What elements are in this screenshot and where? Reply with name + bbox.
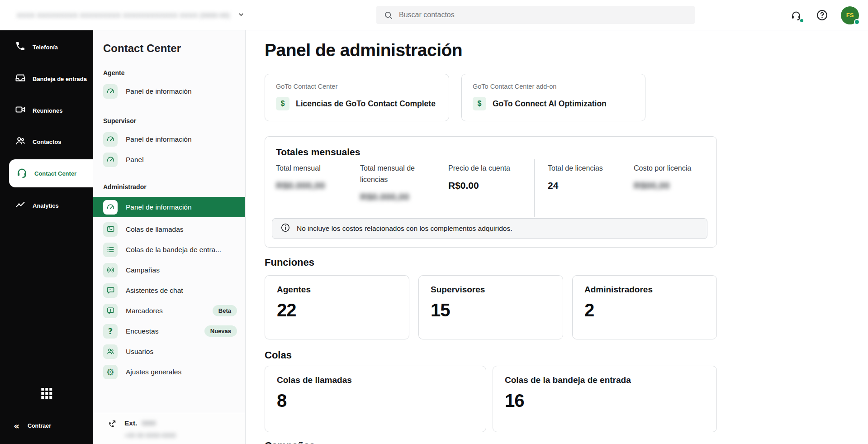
- main-content: Panel de administración GoTo Contact Cen…: [246, 30, 868, 444]
- totals-title: Totales mensuales: [276, 147, 706, 158]
- stat-value-redacted: R$0.000,00: [360, 191, 432, 202]
- ext-number-redacted: 0000: [142, 420, 156, 427]
- menu-item-supervisor-panel-informacion[interactable]: Panel de información: [93, 129, 245, 149]
- sidebar-item-label: Contact Center: [34, 170, 76, 177]
- collapse-sidebar-button[interactable]: « Contraer: [14, 421, 51, 430]
- menu-item-usuarios[interactable]: Usuarios: [93, 341, 245, 362]
- menu-item-ajustes-generales[interactable]: ⚙ Ajustes generales: [93, 362, 245, 382]
- menu-item-label: Marcadores: [126, 307, 163, 315]
- headset-icon: [16, 167, 28, 181]
- stat-value: R$0.00: [448, 180, 532, 191]
- menu-item-campanas[interactable]: Campañas: [93, 260, 245, 280]
- stat-costo-por-licencia: Costo por licencia R$00,00: [634, 163, 711, 191]
- menu-item-label: Colas de llamadas: [126, 225, 184, 234]
- menu-item-label: Panel de información: [126, 203, 192, 211]
- license-eyebrow: GoTo Contact Center add-on: [473, 83, 634, 90]
- analytics-icon: [15, 199, 26, 212]
- broadcast-icon: [103, 263, 118, 277]
- support-headset-button[interactable]: [789, 9, 803, 22]
- license-name: GoTo Connect AI Optimization: [493, 99, 607, 109]
- collapse-icon: «: [14, 421, 19, 430]
- menu-item-colas-bandeja-entrada[interactable]: Colas de la bandeja de entra...: [93, 239, 245, 260]
- stat-card-colas-llamadas: Colas de llamadas 8: [265, 366, 486, 432]
- stat-card-supervisores: Supervisores 15: [418, 275, 563, 339]
- menu-item-label: Encuestas: [126, 327, 158, 335]
- sidebar-item-label: Contactos: [33, 138, 62, 145]
- stat-card-value: 15: [431, 300, 551, 320]
- sidebar-item-label: Reuniones: [33, 107, 62, 114]
- topbar: XXXX XXXXXXXXX XXXXXXXXX XXXXXXXXXXXX XX…: [0, 0, 868, 30]
- list-icon: [103, 243, 118, 257]
- stat-card-value: 8: [277, 391, 474, 411]
- support-status-dot: [799, 18, 804, 23]
- collapse-label: Contraer: [28, 423, 51, 429]
- stat-card-agentes: Agentes 22: [265, 275, 409, 339]
- stat-card-value: 16: [505, 391, 705, 411]
- stat-value-redacted: R$0.000,00: [276, 180, 344, 191]
- dollar-icon: $: [276, 97, 289, 110]
- license-card-contact-complete: GoTo Contact Center $ Licencias de GoTo …: [265, 74, 449, 121]
- monthly-totals-card: Totales mensuales Total mensual R$0.000,…: [265, 136, 717, 248]
- menu-item-marcadores[interactable]: Marcadores Beta: [93, 301, 245, 321]
- beta-badge: Beta: [213, 305, 237, 316]
- section-title-colas: Colas: [265, 349, 292, 361]
- menu-item-label: Usuarios: [126, 348, 153, 356]
- sidebar-item-telefonia[interactable]: Telefonía: [0, 37, 93, 57]
- topbar-actions: FS: [789, 0, 859, 30]
- phone-number-redacted: +00 00 0000-0000: [124, 432, 176, 439]
- menu-item-label: Asistentes de chat: [126, 286, 183, 295]
- panel-title: Contact Center: [103, 42, 181, 55]
- menu-item-colas-de-llamadas[interactable]: Colas de llamadas: [93, 219, 245, 239]
- help-button[interactable]: [815, 9, 829, 22]
- account-selector[interactable]: XXXX XXXXXXXXX XXXXXXXXX XXXXXXXXXXXX XX…: [17, 0, 245, 30]
- section-label-agente: Agente: [103, 69, 124, 76]
- sidebar-item-label: Analytics: [33, 202, 59, 209]
- section-title-funciones: Funciones: [265, 257, 314, 268]
- search-bar[interactable]: [376, 6, 695, 24]
- ext-label: Ext.: [124, 419, 137, 427]
- gear-icon: ⚙: [103, 365, 118, 379]
- stat-value-redacted: R$00,00: [634, 180, 711, 191]
- menu-item-agente-panel-informacion[interactable]: Panel de información: [93, 81, 245, 101]
- sidebar-item-reuniones[interactable]: Reuniones: [0, 100, 93, 120]
- stat-card-colas-bandeja: Colas de la bandeja de entrada 16: [493, 366, 717, 432]
- dashboard-icon: [103, 200, 118, 215]
- sidebar-item-analytics[interactable]: Analytics: [0, 196, 93, 215]
- menu-item-label: Panel de información: [126, 87, 192, 95]
- sidebar-item-contactos[interactable]: Contactos: [0, 132, 93, 152]
- stat-value: 24: [548, 180, 625, 191]
- stat-total-mensual-licencias: Total mensual de licencias R$0.000,00: [360, 163, 432, 202]
- section-title-next-cutoff: Campañas: [265, 440, 315, 444]
- search-input[interactable]: [399, 11, 670, 19]
- info-alert-text: No incluye los costos relacionados con l…: [297, 224, 512, 233]
- menu-item-encuestas[interactable]: ? Encuestas Nuevas: [93, 321, 245, 341]
- stat-card-value: 22: [277, 300, 397, 320]
- menu-item-label: Panel: [126, 156, 144, 164]
- sidebar-item-contact-center-active[interactable]: Contact Center: [9, 159, 93, 187]
- extension-footer: Ext. 0000 +00 00 0000-0000: [93, 413, 245, 444]
- sidebar-item-bandeja[interactable]: Bandeja de entrada: [0, 69, 93, 89]
- dialer-alert-icon: [103, 304, 118, 318]
- stat-total-mensual: Total mensual R$0.000,00: [276, 163, 344, 191]
- user-avatar[interactable]: FS: [841, 6, 859, 24]
- chat-bubble-icon: [103, 283, 118, 298]
- stat-precio-cuenta: Precio de la cuenta R$0.00: [448, 163, 532, 191]
- app-window: XXXX XXXXXXXXX XXXXXXXXX XXXXXXXXXXXX XX…: [0, 0, 868, 444]
- nuevas-badge: Nuevas: [204, 325, 237, 337]
- info-alert: No incluye los costos relacionados con l…: [272, 218, 707, 239]
- user-presence-dot: [854, 19, 860, 25]
- menu-item-asistentes-de-chat[interactable]: Asistentes de chat: [93, 280, 245, 301]
- dashboard-icon: [103, 153, 118, 167]
- license-eyebrow: GoTo Contact Center: [276, 83, 438, 90]
- users-icon: [103, 344, 118, 359]
- stat-card-administradores: Administradores 2: [572, 275, 717, 339]
- license-card-ai-optimization: GoTo Contact Center add-on $ GoTo Connec…: [461, 74, 645, 121]
- section-label-supervisor: Supervisor: [103, 117, 136, 124]
- stat-card-value: 2: [584, 300, 705, 320]
- apps-grid-icon[interactable]: [41, 388, 52, 399]
- dollar-icon: $: [473, 97, 486, 110]
- menu-item-supervisor-panel[interactable]: Panel: [93, 149, 245, 170]
- menu-item-admin-panel-informacion[interactable]: Panel de información: [93, 197, 245, 217]
- phone-forwarded-icon: [107, 420, 117, 432]
- chevron-down-icon: [237, 10, 245, 20]
